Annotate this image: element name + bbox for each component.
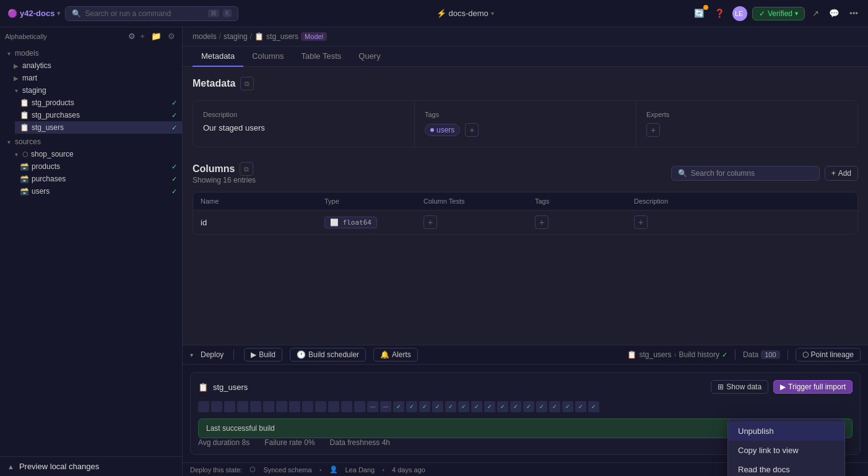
show-data-btn[interactable]: ⊞ Show data [711, 380, 768, 394]
show-data-icon: ⊞ [718, 383, 724, 391]
preview-panel-trigger: ▲ Preview local changes [0, 456, 182, 476]
sidebar-item-mart[interactable]: ▶ mart [7, 72, 182, 84]
deploy-label[interactable]: Deploy [201, 350, 224, 359]
copy-link-label: Copy link to view [738, 446, 799, 455]
sidebar-item-stg-products[interactable]: 📋 stg_products ✓ [15, 97, 182, 109]
alerts-btn[interactable]: 🔔 Alerts [373, 348, 418, 361]
th-tests: Column Tests [416, 193, 527, 210]
add-model-btn[interactable]: + [138, 30, 147, 43]
verified-chevron: ▾ [795, 10, 798, 17]
stg-products-icon: 📋 [20, 98, 29, 107]
deploy-collapse-icon: ▾ [190, 352, 193, 358]
sidebar-item-shop-source[interactable]: ▾ ⬡ shop_source [7, 148, 182, 160]
add-col-tag-btn[interactable]: + [535, 215, 549, 229]
breadcrumb-staging[interactable]: staging [224, 32, 248, 41]
add-col-desc-btn[interactable]: + [634, 215, 648, 229]
add-test-btn[interactable]: + [423, 215, 437, 229]
data-count-badge: 100 [761, 350, 779, 359]
search-icon: 🔍 [72, 9, 81, 18]
verified-check: ✓ [759, 9, 765, 18]
tl-block-25: ✓ [523, 401, 534, 412]
sidebar-tree: ▾ models ▶ analytics ▶ mart ▾ [0, 45, 182, 456]
description-value[interactable]: Our staged users [203, 123, 404, 132]
shop-source-toggle: ▾ [12, 150, 20, 158]
build-btn[interactable]: ▶ Build [244, 348, 282, 361]
scheduler-btn[interactable]: 🕐 Build scheduler [290, 348, 366, 361]
staging-children: 📋 stg_products ✓ 📋 stg_purchases ✓ 📋 [7, 97, 182, 134]
tab-table-tests[interactable]: Table Tests [293, 46, 350, 67]
tl-block-24: ✓ [510, 401, 521, 412]
sidebar-item-stg-purchases[interactable]: 📋 stg_purchases ✓ [15, 109, 182, 121]
user-icon: 👤 [329, 465, 338, 474]
main-area: Alphabetically ⚙ + 📁 ⚙ ▾ models ▶ analyt… [0, 27, 868, 476]
sidebar-section-models[interactable]: ▾ models [0, 45, 182, 59]
search-placeholder: Search or run a command [85, 9, 171, 18]
sidebar-section-sources[interactable]: ▾ sources [0, 134, 182, 148]
folder-btn[interactable]: 📁 [149, 30, 163, 43]
table-row: id ⬜ float64 + + + [193, 210, 857, 234]
col-tags-id: + [527, 210, 627, 234]
tab-columns[interactable]: Columns [243, 46, 292, 67]
stg-users-label: stg_users [32, 123, 64, 132]
sidebar-item-purchases[interactable]: 🗃️ purchases ✓ [15, 173, 182, 185]
sources-label: sources [15, 137, 41, 146]
comment-icon[interactable]: 💬 [827, 6, 842, 20]
search-box[interactable]: 🔍 Search or run a command ⌘ K [65, 6, 238, 21]
main-content: Metadata ⧉ Description Our staged users … [183, 67, 868, 345]
sidebar-item-users[interactable]: 🗃️ users ✓ [15, 185, 182, 197]
shop-source-group: ▾ ⬡ shop_source 🗃️ products ✓ 🗃️ [7, 148, 182, 197]
sidebar-item-staging[interactable]: ▾ staging [7, 84, 182, 97]
col-desc-id: + [627, 210, 857, 234]
deploy-state-label: Deploy this state: [190, 466, 242, 474]
breadcrumb-models[interactable]: models [193, 32, 217, 41]
sidebar-item-analytics[interactable]: ▶ analytics [7, 59, 182, 72]
avatar[interactable]: LE [732, 6, 747, 21]
tab-metadata[interactable]: Metadata [193, 46, 243, 67]
verified-badge[interactable]: ✓ Verified ▾ [752, 7, 805, 20]
build-label: Build [259, 350, 276, 359]
content-area: models / staging / 📋 stg_users Model Met… [183, 27, 868, 476]
add-col-label: Add [838, 169, 851, 178]
project-label: docs-demo [449, 9, 488, 18]
dropdown-item-read-docs[interactable]: Read the docs [728, 460, 844, 476]
tl-block-18: ✓ [432, 401, 443, 412]
settings-btn[interactable]: ⚙ [166, 30, 177, 43]
purchases-label: purchases [32, 175, 66, 183]
metadata-copy-btn[interactable]: ⧉ [240, 77, 254, 90]
build-card-title: stg_users [213, 383, 248, 392]
col-name-id: id [193, 210, 317, 234]
preview-local-changes[interactable]: ▲ Preview local changes [0, 457, 182, 476]
columns-copy-btn[interactable]: ⧉ [240, 162, 253, 176]
share-icon[interactable]: ↗ [810, 6, 822, 20]
tl-block-28: ✓ [562, 401, 573, 412]
tags-container: users + [425, 123, 626, 137]
add-expert-btn[interactable]: + [646, 123, 660, 137]
description-label: Description [203, 111, 404, 118]
app-container: 🟣 y42-docs ▾ 🔍 Search or run a command ⌘… [0, 0, 868, 476]
add-column-btn[interactable]: + Add [825, 166, 858, 181]
sidebar-item-stg-users[interactable]: 📋 stg_users ✓ [15, 121, 182, 134]
breadcrumb-stg-users[interactable]: stg_users [266, 32, 298, 41]
sort-label: Alphabetically [5, 33, 126, 40]
stg-purchases-label: stg_purchases [32, 111, 80, 119]
sidebar-controls: Alphabetically ⚙ + 📁 ⚙ [0, 27, 182, 45]
tab-query[interactable]: Query [350, 46, 389, 67]
dropdown-item-unpublish[interactable]: Unpublish [728, 422, 844, 441]
tl-block-6 [276, 401, 287, 412]
kbd-cmd: ⌘ [208, 9, 219, 17]
help-icon[interactable]: ❓ [712, 6, 727, 20]
bc-check: ✓ [722, 351, 727, 359]
sidebar-item-products[interactable]: 🗃️ products ✓ [15, 160, 182, 173]
staging-group: ▾ staging 📋 stg_products ✓ 📋 stg_ [7, 84, 182, 134]
search-columns-box[interactable]: 🔍 Search for columns [671, 166, 820, 181]
more-icon[interactable]: ••• [847, 6, 861, 20]
th-name: Name [193, 193, 317, 210]
add-tag-btn[interactable]: + [465, 123, 479, 137]
description-cell: Description Our staged users [193, 101, 414, 147]
dropdown-item-copy-link[interactable]: Copy link to view [728, 441, 844, 460]
lineage-btn[interactable]: ⬡ Point lineage [796, 348, 861, 361]
tl-block-30: ✓ [588, 401, 599, 412]
trigger-import-btn[interactable]: ▶ Trigger full import [773, 380, 853, 394]
build-breadcrumb: 📋 stg_users › Build history ✓ [627, 350, 727, 359]
sync-icon[interactable]: 🔄 [692, 6, 707, 20]
